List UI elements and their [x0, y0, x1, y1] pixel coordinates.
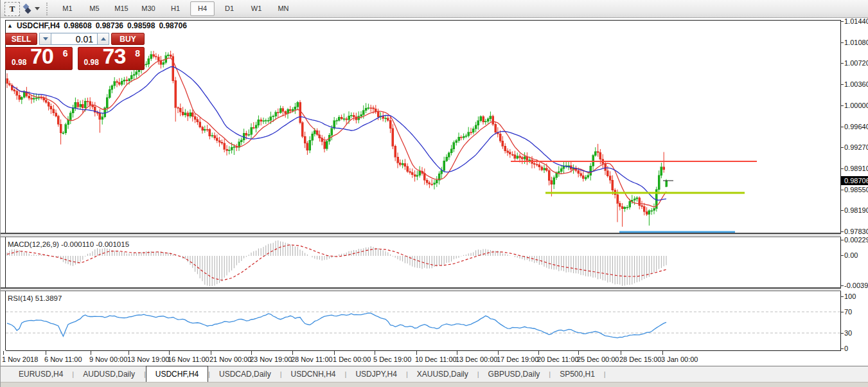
- tab-usdcad-daily[interactable]: USDCAD,Daily: [210, 366, 280, 382]
- timeframe-h1[interactable]: H1: [163, 1, 188, 16]
- indicator-axis-tick: [840, 285, 844, 286]
- date-axis-tick: [538, 351, 539, 355]
- price-axis-tick: [840, 147, 844, 148]
- tab-xauusd-daily[interactable]: XAUUSD,Daily: [408, 366, 477, 382]
- price-axis-label: 1.01080: [844, 39, 868, 46]
- buy-price-display[interactable]: 0.98 73 8: [78, 47, 145, 70]
- sell-price-display[interactable]: 0.98 70 6: [5, 47, 73, 70]
- price-axis-tick: [840, 210, 844, 211]
- price-axis-tick: [840, 127, 844, 127]
- date-axis-tick: [211, 351, 211, 355]
- ohlc-high: 0.98736: [96, 21, 123, 30]
- tab-usdchf-h4[interactable]: USDCHF,H4: [146, 366, 208, 382]
- indicator-axis-label: -0.003904: [844, 282, 868, 289]
- date-axis-tick: [578, 351, 579, 355]
- price-axis-tick: [840, 190, 844, 190]
- date-axis-label: 17 Dec 19:00: [497, 356, 538, 363]
- price-axis-label: 0.99640: [844, 123, 868, 130]
- indicator-axis-label: 0.002297: [844, 236, 868, 244]
- macd-label: MACD(12,26,9) -0.000110 -0.001015: [8, 240, 129, 248]
- timeframe-h4[interactable]: H4: [190, 1, 215, 16]
- chevron-down-icon: [35, 7, 40, 10]
- date-axis-label: 10 Dec 11:00: [415, 356, 457, 363]
- triangle-up-icon: [101, 37, 106, 40]
- date-axis-label: 20 Dec 11:00: [537, 356, 579, 363]
- date-axis-tick: [375, 351, 375, 355]
- date-axis-tick: [91, 351, 91, 355]
- indicator-axis-tick: [840, 312, 844, 312]
- buy-price-big: 73: [103, 44, 126, 69]
- objects-tool-button[interactable]: [24, 3, 40, 15]
- date-axis-label: 28 Dec 15:00: [619, 356, 661, 363]
- indicator-axis-tick: [840, 348, 844, 349]
- timeframe-w1[interactable]: W1: [244, 1, 269, 16]
- sell-price-prefix: 0.98: [12, 58, 26, 67]
- indicator-axis-tick: [840, 255, 844, 256]
- tab-sp500-h1[interactable]: SP500,H1: [551, 366, 604, 382]
- tab-usdjpy-h4[interactable]: USDJPY,H4: [346, 366, 405, 382]
- chart-tab-bar: EURUSD,H4|AUDUSD,Daily|USDCHF,H4|USDCAD,…: [1, 366, 868, 382]
- text-tool-icon: T: [10, 4, 15, 14]
- price-axis-tick: [840, 42, 844, 43]
- date-axis-label: 21 Nov 00:00: [209, 356, 251, 363]
- date-axis-label: 13 Nov 19:00: [127, 356, 169, 363]
- price-axis-tick: [840, 63, 844, 64]
- toolbar-grip[interactable]: [46, 3, 48, 15]
- date-axis-label: 25 Dec 00:00: [577, 356, 619, 363]
- buy-price-prefix: 0.98: [84, 58, 99, 67]
- date-axis-tick: [457, 351, 457, 355]
- objects-tool-icon: [25, 8, 31, 14]
- collapse-panel-icon[interactable]: ▲: [7, 22, 13, 29]
- triangle-down-icon: [43, 37, 48, 40]
- timeframe-toolbar: M1M5M15M30H1H4D1W1MN: [54, 0, 297, 17]
- text-tool-button[interactable]: T: [4, 2, 20, 16]
- chart-border-top: [6, 20, 841, 21]
- indicator-axis-label: 100: [844, 292, 868, 300]
- date-axis-tick: [169, 351, 170, 355]
- timeframe-m5[interactable]: M5: [82, 1, 107, 16]
- bottom-strip: [1, 382, 868, 387]
- price-axis-label: 0.97830: [844, 228, 868, 235]
- date-axis-tick: [251, 351, 252, 355]
- tab-separator: |: [604, 366, 606, 382]
- price-axis-tick: [840, 105, 844, 106]
- date-axis-label: 16 Nov 11:00: [168, 356, 209, 363]
- indicator-axis-tick: [840, 296, 844, 297]
- date-axis-label: 13 Dec 00:00: [456, 356, 497, 363]
- timeframe-m1[interactable]: M1: [55, 1, 80, 16]
- chart-border-right: [840, 20, 841, 350]
- price-axis-tick: [840, 21, 844, 22]
- date-axis-label: 9 Nov 00:00: [89, 356, 127, 363]
- indicator-axis-tick: [840, 240, 844, 240]
- panel-splitter-rsi[interactable]: [1, 287, 841, 291]
- date-axis-label: 5 Dec 19:00: [373, 356, 411, 363]
- date-axis-tick: [46, 351, 46, 355]
- ohlc-low: 0.98598: [127, 21, 155, 30]
- volume-input[interactable]: 0.01: [51, 33, 97, 45]
- timeframe-m30[interactable]: M30: [136, 1, 161, 16]
- date-axis-label: 1 Nov 2018: [2, 356, 38, 363]
- panel-splitter-macd[interactable]: [1, 233, 841, 237]
- indicator-axis-label: 70: [844, 308, 868, 316]
- timeframe-d1[interactable]: D1: [217, 1, 242, 16]
- buy-price-pip: 8: [135, 48, 140, 59]
- tab-gbpusd-daily[interactable]: GBPUSD,Daily: [479, 366, 549, 382]
- tab-audusd-daily[interactable]: AUDUSD,Daily: [74, 366, 144, 382]
- sell-price-big: 70: [30, 44, 53, 69]
- price-axis-tick: [840, 231, 844, 232]
- tab-usdcnh-h4[interactable]: USDCNH,H4: [282, 366, 345, 382]
- current-price-tag: 0.98706: [841, 176, 868, 185]
- date-axis-tick: [128, 351, 129, 355]
- date-axis-label: 3 Jan 00:00: [661, 356, 698, 363]
- one-click-trading-panel: SELL 0.01 BUY 0.98 70 6 0.98 73 8: [5, 33, 145, 70]
- date-axis-tick: [662, 351, 663, 355]
- timeframe-mn[interactable]: MN: [271, 1, 296, 16]
- timeframe-m15[interactable]: M15: [109, 1, 134, 16]
- date-axis-tick: [3, 351, 4, 355]
- chart-title: ▲ USDCHF,H4 0.98608 0.98736 0.98598 0.98…: [7, 21, 187, 30]
- price-axis-label: 0.99270: [844, 143, 868, 151]
- mt4-window: T M1M5M15M30H1H4D1W1MN ▲ USDCHF,H4 0.986…: [0, 0, 868, 387]
- date-axis-tick: [621, 351, 621, 355]
- tab-eurusd-h4[interactable]: EURUSD,H4: [10, 366, 72, 382]
- price-axis-label: 1.00720: [844, 59, 868, 67]
